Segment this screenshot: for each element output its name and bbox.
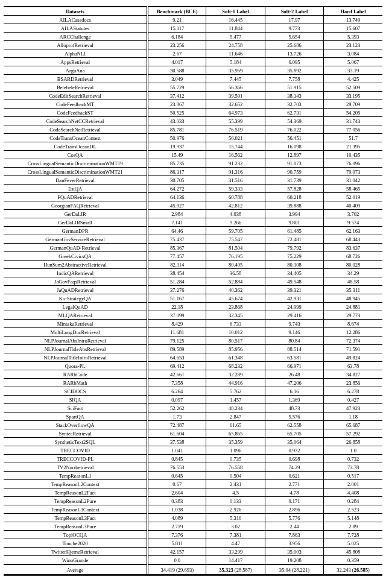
table-row: RARbMath7.35844.91647.20623.856 [4, 379, 382, 387]
cell-soft2: 39.321 [265, 286, 323, 294]
table-row: CodeFeedbackMT23.86732.65232.70329.709 [4, 100, 382, 109]
dataset-name: SyntheticText2SQL [4, 438, 148, 446]
table-row: ARCChallenge6.1845.4775.6545.393 [4, 33, 382, 41]
table-row: CodeSearchNetRetrieval85.78176.51976.022… [4, 125, 382, 134]
dataset-name: IndicQARetrieval [4, 269, 148, 277]
cell-soft1: 1.457 [206, 396, 265, 404]
dataset-name: CrossLingualSemanticDiscriminationWMT21 [4, 168, 148, 176]
cell-bce: 4.017 [148, 58, 206, 66]
cell-bce: 7.376 [148, 531, 206, 539]
cell-hard: 68.443 [324, 235, 382, 244]
cell-soft2: 72.481 [265, 235, 323, 244]
cell-bce: 6.184 [148, 33, 206, 41]
cell-bce: 1.73 [148, 413, 206, 421]
cell-hard: 31.042 [324, 176, 382, 185]
table-row: AppsRetrieval4.0175.1846.0955.067 [4, 58, 382, 66]
cell-soft2: 34.405 [265, 269, 323, 277]
cell-hard: 5.067 [324, 58, 382, 66]
cell-soft2: 62.558 [265, 421, 323, 429]
table-row: AlloprofRetrieval23.25624.75825.68623.12… [4, 41, 382, 49]
dataset-name: CodeFeedbackST [4, 109, 148, 117]
cell-hard: 29.709 [324, 100, 382, 109]
cell-hard: 24.881 [324, 303, 382, 311]
table-row: CrossLingualSemanticDiscriminationWMT218… [4, 168, 382, 176]
cell-soft1: 32.345 [206, 311, 265, 320]
dataset-name: SciFact [4, 404, 148, 413]
table-row: GermanQuAD-Retrieval85.36781.50479.79283… [4, 244, 382, 252]
cell-bce: 64.136 [148, 193, 206, 201]
dataset-name: CodeEditSearchRetrieval [4, 92, 148, 100]
cell-hard: 0.427 [324, 396, 382, 404]
cell-bce: 2.984 [148, 210, 206, 218]
cell-soft1: 48.234 [206, 404, 265, 413]
cell-soft1: 31.516 [206, 176, 265, 185]
dataset-name: CrossLingualSemanticDiscriminationWMT19 [4, 159, 148, 168]
cell-soft1: 39.591 [206, 92, 265, 100]
cell-soft2: 26.48 [265, 370, 323, 379]
cell-hard: 54.205 [324, 109, 382, 117]
cell-hard: 62.163 [324, 227, 382, 235]
cell-hard: 80.028 [324, 261, 382, 269]
cell-hard: 68.726 [324, 252, 382, 261]
average-soft1: 35.323 (28.587) [206, 564, 265, 575]
cell-hard: 4.408 [324, 488, 382, 497]
table-row: GermanDPR64.4659.70561.48562.163 [4, 227, 382, 235]
cell-soft1: 81.504 [206, 244, 265, 252]
cell-hard: 1.18 [324, 413, 382, 421]
table-row: BSARDRetrieval3.0497.4457.7584.425 [4, 75, 382, 83]
cell-hard: 49.824 [324, 353, 382, 362]
cell-soft2: 7.758 [265, 75, 323, 83]
cell-soft2: 54.369 [265, 117, 323, 125]
cell-soft1: 80.517 [206, 337, 265, 345]
table-row: SpartQA1.732.8475.5761.18 [4, 413, 382, 421]
cell-soft1: 61.65 [206, 421, 265, 429]
cell-soft2: 5.654 [265, 33, 323, 41]
dataset-name: AlphaNLI [4, 49, 148, 58]
cell-soft2: 0.698 [265, 455, 323, 463]
cell-hard: 5.148 [324, 514, 382, 522]
cell-bce: 38.454 [148, 269, 206, 277]
cell-hard: 7.728 [324, 531, 382, 539]
table-row: MLQARetrieval37.09932.34529.41629.773 [4, 311, 382, 320]
cell-soft1: 32.289 [206, 370, 265, 379]
cell-soft2: 88.514 [265, 345, 323, 353]
cell-hard: 0.732 [324, 455, 382, 463]
table-row: TRECCOVID-PL0.8450.7350.6980.732 [4, 455, 382, 463]
dataset-name: ArguAna [4, 66, 148, 75]
cell-bce: 9.21 [148, 16, 206, 24]
cell-soft1: 56.366 [206, 83, 265, 92]
cell-hard: 13.749 [324, 16, 382, 24]
cell-soft2: 9.801 [265, 218, 323, 227]
cell-soft1: 4.47 [206, 539, 265, 548]
dataset-name: GermanGovServiceRetrieval [4, 235, 148, 244]
cell-soft2: 66.971 [265, 362, 323, 370]
cell-bce: 50.525 [148, 109, 206, 117]
cell-hard: 23.856 [324, 379, 382, 387]
cell-bce: 30.705 [148, 176, 206, 185]
table-row: CrossLingualSemanticDiscriminationWMT198… [4, 159, 382, 168]
table-row: JaGovFaqsRetrieval51.28452.88449.54848.5… [4, 277, 382, 286]
cell-bce: 5.811 [148, 539, 206, 548]
dataset-name: GreekCivicsQA [4, 252, 148, 261]
cell-bce: 42.661 [148, 370, 206, 379]
avg-hard-close: ) [368, 567, 370, 573]
cell-hard: 1.0 [324, 446, 382, 455]
cell-bce: 7.141 [148, 218, 206, 227]
dataset-name: RARbMath [4, 379, 148, 387]
table-row: StackOverflowQA72.48761.6562.55865.687 [4, 421, 382, 429]
cell-bce: 22.18 [148, 303, 206, 311]
cell-soft2: 6.16 [265, 387, 323, 396]
cell-bce: 1.041 [148, 446, 206, 455]
cell-soft1: 24.758 [206, 41, 265, 49]
table-row: SyntheticText2SQL37.53835.35935.06426.85… [4, 438, 382, 446]
table-row: TRECCOVID1.0411.0960.9321.0 [4, 446, 382, 455]
cell-bce: 43.033 [148, 117, 206, 125]
dataset-name: TempReasonL2Pure [4, 497, 148, 505]
average-soft2: 35.04 (28.221) [265, 564, 323, 575]
cell-bce: 69.412 [148, 362, 206, 370]
cell-soft2: 0.932 [265, 446, 323, 455]
cell-soft1: 4.038 [206, 210, 265, 218]
table-row: EstQA64.27259.33357.82858.465 [4, 185, 382, 193]
dataset-name: SpartQA [4, 413, 148, 421]
avg-bce-paren: (29.693) [176, 567, 194, 573]
